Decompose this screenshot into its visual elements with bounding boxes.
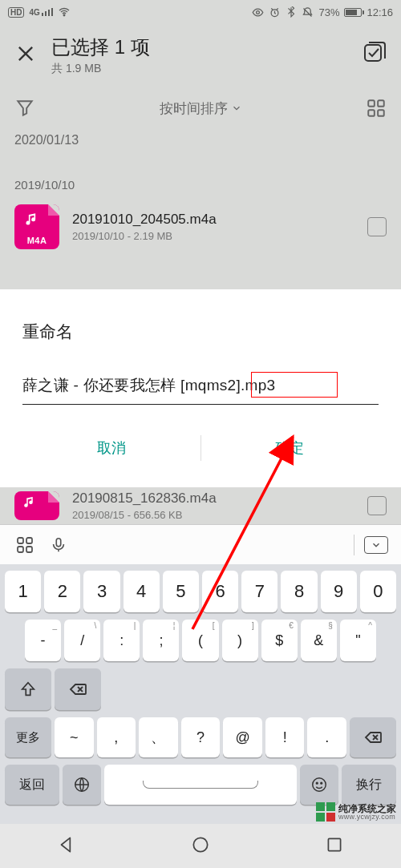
watermark-logo-icon (316, 802, 335, 822)
key[interactable]: ) (222, 620, 258, 661)
divider (354, 535, 354, 555)
key[interactable]: & (301, 620, 337, 661)
alarm-icon (269, 6, 281, 18)
key[interactable]: $ (261, 620, 298, 661)
keyboard-toolbar (0, 524, 401, 564)
file-name: 20190815_162836.m4a (72, 491, 354, 507)
clock-time: 12:16 (367, 6, 393, 18)
file-row[interactable]: M4A 20191010_204505.m4a 2019/10/10 - 2.1… (0, 196, 401, 257)
key[interactable]: ! (265, 717, 305, 757)
space-key[interactable] (104, 765, 297, 805)
cancel-button[interactable]: 取消 (22, 426, 200, 470)
voice-input-button[interactable] (45, 531, 72, 559)
key[interactable]: 4 (124, 571, 160, 612)
dialog-title: 重命名 (22, 321, 379, 343)
date-header: 2020/01/13 (0, 130, 401, 152)
emoji-key[interactable] (300, 765, 338, 805)
file-row[interactable]: 20190815_162836.m4a 2019/08/15 - 656.56 … (0, 487, 401, 524)
file-thumb-audio: M4A (14, 204, 59, 249)
svg-rect-3 (365, 45, 381, 61)
watermark: 纯净系统之家 www.ycwjzy.com (316, 802, 396, 822)
mute-icon (302, 6, 314, 18)
row-checkbox[interactable] (367, 496, 387, 515)
nav-back-button[interactable] (56, 834, 77, 858)
svg-rect-10 (26, 538, 32, 543)
key[interactable]: : (103, 620, 140, 661)
svg-rect-19 (328, 838, 340, 850)
file-meta: 2019/10/10 - 2.19 MB (72, 230, 354, 242)
svg-rect-5 (378, 100, 384, 107)
view-grid-button[interactable] (366, 98, 387, 119)
svg-rect-9 (18, 538, 23, 543)
status-right: 73% 12:16 (252, 6, 393, 18)
backspace-key[interactable] (350, 717, 396, 757)
key[interactable]: ( (182, 620, 218, 661)
key[interactable]: 6 (202, 571, 238, 612)
key[interactable]: ? (181, 717, 221, 757)
shift-key[interactable] (5, 668, 51, 710)
rename-input-value: 薛之谦 - 你还要我怎样 [mqms2].mp3 (22, 377, 275, 394)
hide-keyboard-button[interactable] (363, 531, 390, 559)
wifi-icon (58, 6, 71, 18)
key[interactable]: / (64, 620, 100, 661)
return-mode-key[interactable]: 返回 (5, 765, 59, 805)
header-titles: 已选择 1 项 共 1.9 MB (51, 34, 346, 76)
eye-off-icon (252, 6, 264, 18)
svg-rect-4 (368, 100, 375, 107)
key[interactable]: - (25, 620, 61, 661)
svg-rect-6 (368, 110, 375, 116)
chevron-down-icon (231, 103, 242, 114)
svg-point-1 (257, 10, 260, 14)
enter-key[interactable]: 换行 (342, 765, 396, 805)
watermark-url: www.ycwjzy.com (338, 813, 396, 821)
key[interactable]: " (340, 620, 376, 661)
music-note-icon (22, 495, 37, 512)
nav-recents-button[interactable] (324, 834, 345, 858)
key[interactable]: 、 (139, 717, 178, 757)
file-thumb-audio (14, 491, 59, 520)
key[interactable]: ; (143, 620, 179, 661)
music-note-icon (24, 211, 40, 230)
rename-dialog: 重命名 薛之谦 - 你还要我怎样 [mqms2].mp3 取消 确定 (0, 301, 401, 470)
selection-header: 已选择 1 项 共 1.9 MB (0, 24, 401, 87)
select-all-button[interactable] (361, 41, 387, 70)
header-subtitle: 共 1.9 MB (51, 62, 346, 76)
list-toolbar: 按时间排序 (0, 87, 401, 130)
key[interactable]: 5 (163, 571, 199, 612)
svg-rect-11 (18, 547, 23, 552)
status-left: HD 4G (8, 6, 71, 18)
key[interactable]: 8 (281, 571, 317, 612)
watermark-title: 纯净系统之家 (338, 804, 396, 813)
key[interactable]: 7 (241, 571, 277, 612)
key[interactable]: @ (223, 717, 262, 757)
date-header: 2019/10/10 (0, 170, 401, 196)
header-title: 已选择 1 项 (51, 34, 346, 60)
row-checkbox[interactable] (367, 217, 387, 236)
battery-percent: 73% (318, 6, 339, 18)
key[interactable]: 9 (321, 571, 357, 612)
key[interactable]: ~ (55, 717, 94, 757)
key[interactable]: 1 (5, 571, 41, 612)
key[interactable]: 0 (360, 571, 396, 612)
key[interactable]: . (307, 717, 346, 757)
confirm-button[interactable]: 确定 (201, 426, 379, 470)
rename-input[interactable]: 薛之谦 - 你还要我怎样 [mqms2].mp3 (22, 375, 379, 405)
globe-key[interactable] (63, 765, 101, 805)
network-4g-icon: 4G (29, 8, 53, 17)
svg-rect-7 (378, 110, 384, 116)
ime-apps-button[interactable] (11, 531, 38, 559)
file-ext-label: M4A (27, 236, 47, 245)
file-name: 20191010_204505.m4a (72, 212, 354, 228)
status-bar: HD 4G 73% 12:16 (0, 0, 401, 24)
soft-keyboard: 1234567890 -/:;()$&" 更多 ~ , 、 ? @ ! . 返回… (0, 564, 401, 824)
battery-icon (344, 8, 362, 17)
key[interactable]: 2 (44, 571, 80, 612)
close-selection-button[interactable] (14, 42, 37, 68)
nav-home-button[interactable] (190, 834, 211, 858)
key[interactable]: 3 (83, 571, 119, 612)
filter-button[interactable] (14, 98, 35, 119)
more-symbols-key[interactable]: 更多 (5, 717, 51, 757)
backspace-key[interactable] (55, 668, 101, 710)
sort-button[interactable]: 按时间排序 (35, 99, 366, 118)
key[interactable]: , (97, 717, 136, 757)
